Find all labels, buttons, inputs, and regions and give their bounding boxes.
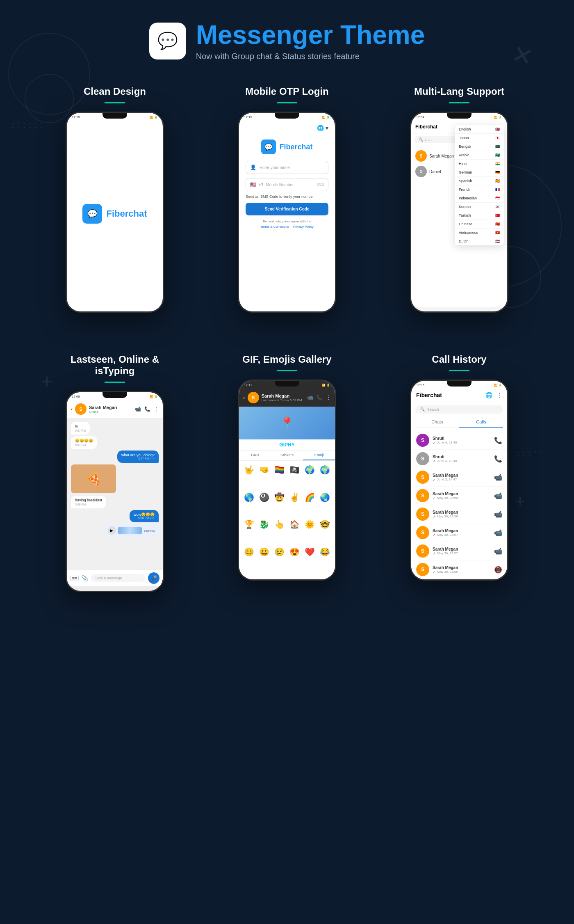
attach-icon[interactable]: 📎 [81, 575, 88, 581]
phone-call-icon[interactable]: 📞 [144, 406, 150, 412]
message-input[interactable]: Type a message [91, 574, 146, 582]
phone-screen-2: 17:19 📶🔋 🌐 ▾ 💬 Fiberchat 👤 [239, 113, 335, 311]
emoji-4[interactable]: 🏴‍☠️ [288, 464, 301, 490]
call-avatar-4: S [416, 489, 429, 502]
language-dropdown[interactable]: English🇬🇧 Japan🇯🇵 Bengali🇧🇩 Arabic🇸🇦 Hin… [455, 125, 504, 245]
calls-brand: Fiberchat [416, 392, 442, 398]
emoji-16[interactable]: 🏠 [288, 519, 301, 544]
gif-button[interactable]: GIF [70, 576, 79, 581]
emoji-17[interactable]: 🌞 [303, 519, 317, 544]
feature-title-otp: Mobile OTP Login [245, 86, 329, 97]
emoji-19[interactable]: 😊 [242, 546, 256, 572]
emoji-11[interactable]: 🌈 [303, 492, 317, 517]
video-call-icon[interactable]: 📹 [135, 406, 141, 412]
emoji-3[interactable]: 🏳️‍🌈 [273, 464, 286, 490]
privacy-link[interactable]: Privacy Policy [293, 225, 314, 229]
lang-bengali[interactable]: Bengali🇧🇩 [455, 142, 504, 151]
tab-emoji[interactable]: Emoji [303, 451, 335, 460]
feature-underline-1 [105, 102, 125, 103]
video-icon-emoji[interactable]: 📹 [307, 395, 313, 400]
call-btn-3[interactable]: 📹 [494, 473, 502, 481]
lang-turkish[interactable]: Turkish🇹🇷 [455, 211, 504, 220]
call-btn-1[interactable]: 📞 [494, 437, 502, 444]
tab-calls[interactable]: Calls [459, 417, 503, 428]
more-icon[interactable]: ⋮ [154, 406, 159, 412]
send-verification-button[interactable]: Send Verification Code [246, 203, 328, 215]
emoji-15[interactable]: 👆 [273, 519, 286, 544]
emoji-6[interactable]: 🌍 [318, 464, 332, 490]
feature-col-calls: Call History 17:05 📶🔋 Fiberchat 🌐 [385, 354, 533, 592]
contact-name-sarah: Sarah Megan [429, 154, 454, 158]
more-calls-icon[interactable]: ⋮ [497, 392, 502, 398]
tab-stickers[interactable]: Stickers [271, 451, 303, 460]
emoji-5[interactable]: 🌍 [303, 464, 317, 490]
call-btn-4[interactable]: 📹 [494, 492, 502, 500]
emoji-21[interactable]: 😢 [273, 546, 286, 572]
back-icon[interactable]: ‹ [71, 406, 73, 412]
emoji-20[interactable]: 😀 [257, 546, 271, 572]
phone-icon-emoji[interactable]: 📞 [317, 395, 323, 400]
emoji-9[interactable]: 🤠 [273, 492, 286, 517]
emoji-24[interactable]: 😂 [318, 546, 332, 572]
emoji-13[interactable]: 🏆 [242, 519, 256, 544]
lang-korean[interactable]: Korean🇰🇷 [455, 203, 504, 211]
emoji-18[interactable]: 🤓 [318, 519, 332, 544]
lang-vietnamese[interactable]: Vietnamese🇻🇳 [455, 229, 504, 237]
globe-row: 🌐 ▾ [246, 125, 328, 131]
emoji-10[interactable]: ✌️ [288, 492, 301, 517]
play-button[interactable]: ▶ [108, 526, 116, 535]
back-icon-emoji[interactable]: ‹ [243, 394, 245, 401]
emoji-14[interactable]: 🐉 [257, 519, 271, 544]
globe-calls-icon[interactable]: 🌐 [485, 392, 492, 398]
call-btn-8[interactable]: 📵 [494, 566, 502, 574]
call-time-3: ↙June 3, 14:47 [433, 478, 491, 482]
lang-german[interactable]: German🇩🇪 [455, 168, 504, 177]
phone-frame-3: 17:04 📶🔋 Fiberchat 🌐 ⋮ 🔍 ch... [410, 112, 508, 313]
emoji-2[interactable]: 🤜 [257, 464, 271, 490]
lang-chinese[interactable]: Chinese🇨🇳 [455, 220, 504, 229]
more-icon-emoji[interactable]: ⋮ [326, 395, 331, 400]
lang-spanish[interactable]: Spanish🇪🇸 [455, 177, 504, 185]
call-btn-6[interactable]: 📹 [494, 529, 502, 537]
feature-row-2: Lastseen, Online & isTyping 17:09 📶🔋 ‹ S [0, 345, 574, 600]
feature-underline-4 [105, 382, 125, 383]
emoji-12[interactable]: 🌏 [318, 492, 332, 517]
call-btn-5[interactable]: 📹 [494, 510, 502, 518]
status-icons-2: 📶🔋 [322, 116, 330, 119]
phone-chat-content: ‹ S Sarah Megan Online 📹 📞 ⋮ [67, 400, 163, 586]
feature-col-lastseen: Lastseen, Online & isTyping 17:09 📶🔋 ‹ S [41, 354, 189, 592]
lang-dutch[interactable]: Dutch🇳🇱 [455, 237, 504, 245]
calls-search-bar[interactable]: 🔍 Search [415, 405, 503, 414]
us-flag: 🇺🇸 [250, 182, 256, 188]
emoji-23[interactable]: ❤️ [303, 546, 317, 572]
phone-input-row[interactable]: 🇺🇸 +1 Mobile Number 0/10 [246, 178, 328, 191]
call-btn-2[interactable]: 📞 [494, 455, 502, 463]
lang-hindi[interactable]: Hindi🇮🇳 [455, 160, 504, 168]
lang-french[interactable]: French🇫🇷 [455, 185, 504, 194]
call-avatar-7: S [416, 544, 429, 558]
feature-title-lastseen: Lastseen, Online & isTyping [71, 354, 159, 377]
tab-gifs[interactable]: GIFs [239, 451, 271, 460]
lang-japan[interactable]: Japan🇯🇵 [455, 134, 504, 142]
lang-indonesian[interactable]: Indonesian🇮🇩 [455, 194, 504, 203]
time-5: 17:11 [244, 383, 252, 387]
name-input-field[interactable]: 👤 Enter your name [246, 161, 328, 174]
search-icon-3: 🔍 [419, 137, 423, 142]
call-name-6: Sarah Megan [433, 528, 491, 533]
emoji-7[interactable]: 🌎 [242, 492, 256, 517]
title-white: Theme [333, 20, 425, 50]
lang-arabic[interactable]: Arabic🇸🇦 [455, 151, 504, 160]
lang-english[interactable]: English🇬🇧 [455, 125, 504, 134]
call-btn-7[interactable]: 📹 [494, 547, 502, 555]
emoji-8[interactable]: 🎱 [257, 492, 271, 517]
calls-header: Fiberchat 🌐 ⋮ [411, 389, 507, 402]
tab-chats[interactable]: Chats [415, 417, 459, 428]
chat-action-icons: 📹 📞 ⋮ [135, 406, 159, 412]
mic-button[interactable]: 🎤 [148, 572, 159, 584]
call-item-6: S Sarah Megan ↗May 30, 23:57 📹 [411, 524, 507, 542]
chat-contact-info: Sarah Megan Online [89, 405, 132, 414]
emoji-1[interactable]: 🤟 [242, 464, 256, 490]
emoji-22[interactable]: 😍 [288, 546, 301, 572]
terms-link[interactable]: Terms & Conditions [260, 225, 289, 229]
msg-emoji-text: 😊😊😊😊 [75, 439, 93, 443]
